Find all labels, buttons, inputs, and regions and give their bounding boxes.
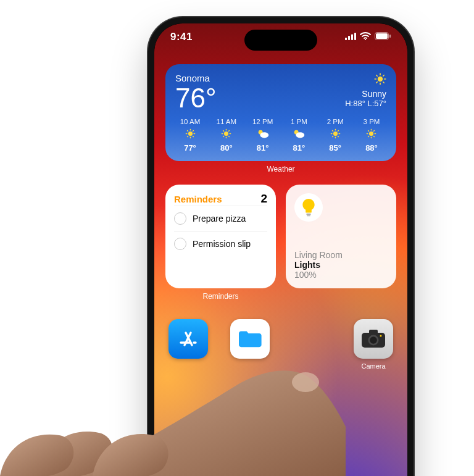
svg-point-36 [260,132,268,138]
svg-line-54 [374,136,375,136]
forecast-temp: 81° [257,143,269,152]
reminder-checkbox[interactable] [174,238,186,250]
forecast-hour: 10 AM 77° [175,118,205,152]
svg-rect-2 [351,35,353,41]
forecast-hour: 12 PM 81° [248,118,278,152]
app-files[interactable] [228,319,272,370]
svg-rect-57 [306,214,311,215]
svg-point-17 [188,132,192,136]
home-room-label: Living Room [294,250,388,260]
forecast-temp: 88° [365,143,378,152]
svg-point-67 [380,335,382,337]
weather-current-temp: 76° [175,85,217,112]
weather-widget[interactable]: Sonoma 76° Sunny H:88° L:57° 10 AM [165,64,396,161]
svg-rect-58 [307,215,310,216]
files-icon [230,319,270,359]
svg-line-46 [332,136,333,136]
partly-cloudy-icon [257,128,269,140]
partly-cloudy-icon [293,128,305,140]
camera-icon [354,319,393,359]
svg-line-47 [338,131,338,132]
reminders-title: Reminders [174,194,222,204]
forecast-hour: 2 PM 85° [320,118,350,152]
forecast-time: 2 PM [327,118,344,125]
forecast-temp: 80° [220,143,233,152]
reminders-widget-label: Reminders [165,292,276,301]
svg-line-31 [223,131,224,132]
forecast-temp: 81° [293,143,306,152]
home-accessory-value: 100% [294,270,388,280]
wifi-icon [360,31,371,43]
svg-point-66 [370,336,377,344]
svg-rect-1 [348,36,350,40]
forecast-time: 1 PM [291,118,307,125]
svg-line-23 [193,136,193,136]
forecast-time: 11 AM [216,118,236,125]
app-camera[interactable]: Camera [352,319,395,370]
reminders-count: 2 [260,192,267,206]
sun-icon [330,128,341,140]
svg-line-53 [368,131,369,132]
status-time: 9:41 [170,31,193,43]
forecast-temp: 85° [329,143,341,152]
iphone-frame: 9:41 Sonoma 76° [148,17,414,476]
home-screen-app-row: Camera [165,319,396,370]
sun-icon [221,128,231,140]
svg-point-38 [296,132,305,138]
forecast-hour: 1 PM 81° [284,118,314,152]
reminder-text: Prepare pizza [193,214,246,223]
svg-rect-3 [354,33,356,40]
home-accessory-name: Lights [294,260,388,270]
forecast-time: 3 PM [364,118,380,125]
svg-line-56 [374,131,375,132]
cellular-signal-icon [345,31,356,43]
svg-point-26 [224,132,228,136]
reminders-widget[interactable]: Reminders 2 Prepare pizza Permission sli… [165,185,276,288]
appstore-icon [168,319,208,359]
svg-line-13 [376,75,378,77]
weather-hourly-forecast: 10 AM 77° 11 AM 80° 12 PM 81° [175,118,386,152]
svg-line-16 [383,75,385,77]
svg-point-8 [378,77,383,81]
reminder-checkbox[interactable] [174,212,186,225]
svg-line-25 [193,131,193,132]
forecast-temp: 77° [184,143,196,152]
svg-line-24 [187,136,188,136]
app-appstore[interactable] [167,319,210,370]
svg-rect-7 [389,35,391,38]
svg-line-55 [368,136,369,136]
weather-location: Sonoma [175,73,217,83]
weather-widget-label: Weather [165,165,396,173]
lightbulb-icon [294,193,323,222]
sun-icon [345,73,386,85]
forecast-time: 10 AM [180,118,201,125]
svg-point-48 [369,132,373,136]
forecast-time: 12 PM [252,118,273,125]
weather-hilo: H:88° L:57° [345,99,386,108]
sun-icon [366,128,376,140]
svg-line-44 [332,131,333,132]
sun-icon [185,128,196,140]
svg-point-4 [365,39,366,40]
reminder-item[interactable]: Prepare pizza [174,206,267,231]
svg-line-45 [338,136,338,136]
reminder-item[interactable]: Permission slip [174,231,267,256]
svg-rect-6 [376,33,388,39]
svg-point-39 [333,132,338,136]
svg-line-32 [229,136,230,136]
svg-rect-64 [369,330,378,334]
svg-line-33 [223,136,224,136]
forecast-hour: 3 PM 88° [357,118,386,152]
svg-line-15 [376,82,378,83]
svg-rect-0 [345,38,347,40]
weather-condition: Sunny [345,89,386,99]
reminder-text: Permission slip [193,239,251,249]
battery-icon [375,31,391,43]
home-screen[interactable]: 9:41 Sonoma 76° [154,23,407,476]
svg-line-22 [187,131,188,132]
svg-line-14 [383,82,385,83]
app-label-camera: Camera [352,362,395,370]
forecast-hour: 11 AM 80° [212,118,241,152]
dynamic-island [244,30,317,51]
home-lights-widget[interactable]: Living Room Lights 100% [286,185,396,288]
